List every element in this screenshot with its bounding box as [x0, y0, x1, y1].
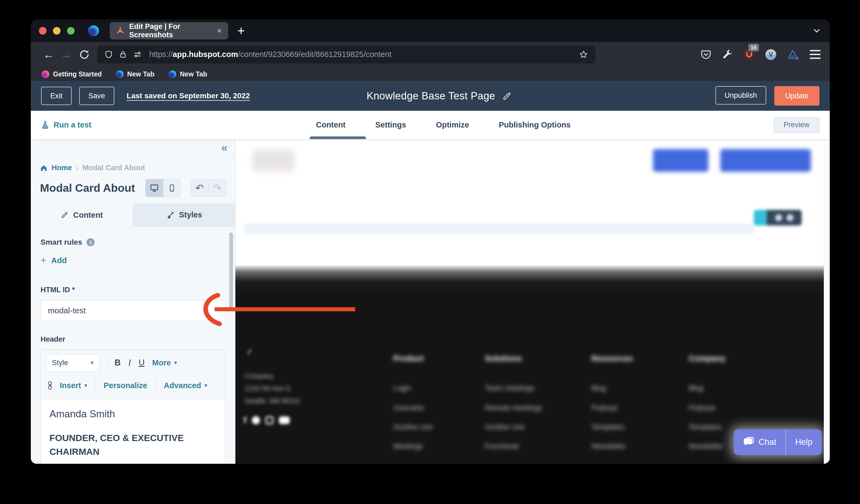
browser-tab[interactable]: Edit Page | For Screenshots ×: [110, 22, 228, 40]
plus-icon: +: [41, 255, 46, 266]
pocket-icon[interactable]: [701, 49, 711, 60]
chat-button[interactable]: Chat: [734, 429, 786, 455]
unpublish-button[interactable]: Unpublish: [715, 86, 766, 105]
bookmark-item[interactable]: New Tab: [169, 70, 207, 78]
wrench-icon[interactable]: [722, 49, 733, 60]
footer-link: Overview: [393, 404, 424, 412]
breadcrumb-home[interactable]: Home: [52, 164, 72, 172]
footer-link: Functional: [485, 442, 519, 450]
footer-column-header: Solutions: [485, 354, 522, 363]
desktop-view-button[interactable]: [146, 179, 163, 197]
redo-button[interactable]: ↷: [209, 179, 226, 197]
device-toggle: [145, 179, 181, 197]
back-icon[interactable]: ←: [40, 48, 57, 61]
url-host: app.hubspot.com: [173, 50, 238, 59]
info-icon[interactable]: i: [86, 238, 95, 246]
tab-content[interactable]: Content: [316, 120, 346, 129]
update-button[interactable]: Update: [774, 86, 819, 106]
footer-link: Newsletter: [591, 442, 626, 450]
save-button[interactable]: Save: [79, 87, 114, 105]
bookmark-star-icon[interactable]: [579, 50, 588, 59]
firefox-blue-icon: [169, 71, 176, 78]
tab-title: Edit Page | For Screenshots: [129, 23, 217, 39]
sidebar-tab-styles[interactable]: Styles: [133, 203, 235, 227]
footer-link: Newsletter: [689, 442, 723, 450]
hubspot-sprocket-icon: [116, 27, 124, 35]
insert-dropdown[interactable]: Insert ▾: [60, 381, 87, 390]
breadcrumb-current: Modal Card About: [83, 164, 145, 172]
site-button-blurred: [653, 149, 708, 172]
zoom-window-button[interactable]: [67, 27, 75, 34]
home-icon[interactable]: [40, 164, 47, 172]
content-title-text: FOUNDER, CEO & EXECUTIVE CHAIRMAN: [49, 431, 197, 459]
minimize-window-button[interactable]: [53, 27, 60, 34]
footer-link: Remote meetings: [485, 404, 542, 412]
editor-tabs: Content Settings Optimize Publishing Opt…: [316, 120, 571, 129]
sidebar-tabs: Content Styles: [31, 203, 235, 227]
personalize-button[interactable]: Personalize: [104, 381, 147, 390]
rich-text-content[interactable]: Amanda Smith FOUNDER, CEO & EXECUTIVE CH…: [41, 399, 225, 464]
forward-icon[interactable]: →: [57, 48, 75, 61]
editor-header: Exit Save Last saved on September 30, 20…: [31, 81, 830, 111]
smart-rules-label: Smart rules: [41, 238, 82, 247]
shield-icon[interactable]: [104, 50, 113, 59]
html-id-input[interactable]: [41, 300, 225, 321]
url-scheme: https://: [149, 50, 173, 59]
advanced-dropdown[interactable]: Advanced ▾: [164, 381, 207, 390]
sidebar-tab-content[interactable]: Content: [31, 203, 133, 227]
module-options-panel: Smart rules i + Add HTML ID * Header Sty: [31, 227, 235, 464]
help-button[interactable]: Help: [786, 429, 822, 455]
page-scrollbar[interactable]: [824, 139, 830, 464]
last-saved-link[interactable]: Last saved on September 30, 2022: [127, 92, 250, 100]
style-dropdown[interactable]: Style ▾: [46, 354, 99, 371]
edit-pencil-icon[interactable]: [503, 92, 511, 100]
vimium-icon[interactable]: V: [765, 49, 776, 60]
preview-button[interactable]: Preview: [774, 117, 819, 133]
url-text[interactable]: https://app.hubspot.com/content/9230669/…: [149, 50, 391, 59]
toolbar-divider: [155, 377, 156, 394]
footer-link: Another one: [393, 423, 433, 431]
footer-link: Login: [393, 384, 411, 392]
instagram-icon: [266, 416, 273, 424]
reload-icon[interactable]: [78, 49, 90, 60]
tab-optimize[interactable]: Optimize: [436, 120, 469, 129]
sidebar-scrollbar[interactable]: [229, 233, 233, 308]
youtube-icon: [279, 416, 290, 424]
link-icon[interactable]: [46, 381, 54, 390]
chevron-down-icon[interactable]: [812, 26, 822, 36]
header-field-label: Header: [41, 335, 225, 344]
close-window-button[interactable]: [39, 27, 46, 34]
mobile-view-button[interactable]: [163, 179, 180, 197]
ublock-icon[interactable]: 15: [744, 48, 755, 61]
close-tab-icon[interactable]: ×: [217, 26, 221, 35]
more-dropdown[interactable]: More ▾: [152, 358, 177, 367]
lock-icon[interactable]: [119, 50, 127, 59]
toolbar-divider: [107, 355, 107, 370]
tab-publishing-options[interactable]: Publishing Options: [499, 120, 571, 129]
breadcrumb: Home › Modal Card About: [31, 156, 235, 172]
tab-settings[interactable]: Settings: [375, 120, 406, 129]
bookmark-item[interactable]: New Tab: [116, 70, 155, 78]
collaboration-widget-blurred: [754, 210, 802, 225]
twitter-icon: [252, 416, 260, 424]
footer-logo-mark: [247, 349, 252, 355]
italic-button[interactable]: I: [128, 358, 131, 368]
undo-button[interactable]: ↶: [191, 179, 209, 197]
workspace: « Home › Modal Card About Modal Card Abo…: [31, 139, 830, 464]
svg-text:ax: ax: [791, 54, 795, 58]
underline-button[interactable]: U: [139, 358, 145, 368]
run-a-test-link[interactable]: Run a test: [41, 120, 91, 130]
axe-devtools-icon[interactable]: ax: [787, 49, 799, 60]
facebook-icon: f: [244, 415, 246, 426]
bookmark-item[interactable]: Getting Started: [42, 70, 102, 78]
browser-tab-strip: Edit Page | For Screenshots × +: [31, 19, 830, 42]
url-path: /content/9230669/edit/86612919825/conten…: [238, 50, 392, 59]
permissions-icon[interactable]: [133, 50, 142, 59]
menu-icon[interactable]: [810, 50, 820, 59]
url-bar[interactable]: https://app.hubspot.com/content/9230669/…: [97, 46, 595, 63]
exit-button[interactable]: Exit: [41, 87, 72, 105]
collapse-sidebar-icon[interactable]: «: [221, 141, 228, 154]
add-smart-rule-link[interactable]: + Add: [41, 255, 225, 266]
bold-button[interactable]: B: [115, 358, 120, 368]
bookmark-label: Getting Started: [53, 70, 102, 78]
